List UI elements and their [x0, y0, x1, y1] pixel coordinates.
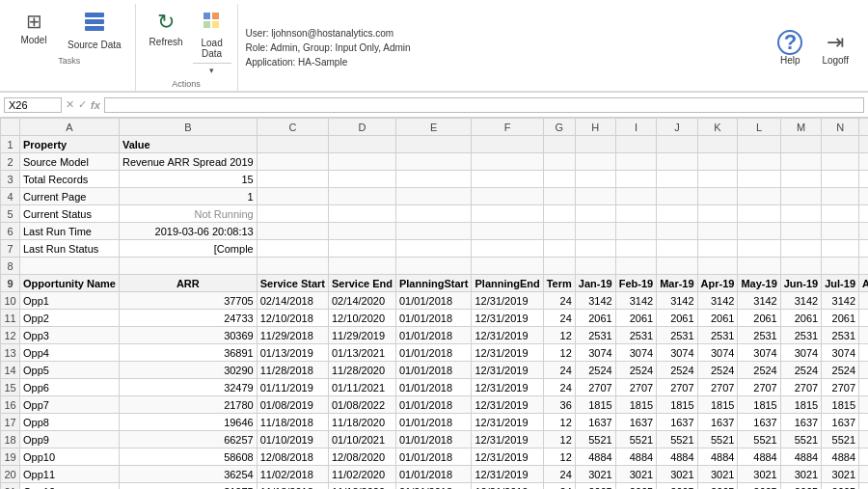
cell[interactable]: 01/13/2019	[257, 344, 328, 362]
cell[interactable]: 24	[543, 362, 575, 379]
cell[interactable]	[738, 153, 780, 171]
cell[interactable]: PlanningEnd	[472, 275, 543, 292]
cell[interactable]: 4884	[738, 448, 780, 466]
cell[interactable]	[859, 171, 868, 188]
cell[interactable]	[780, 153, 821, 171]
cell[interactable]	[395, 223, 472, 240]
cell[interactable]: 31975	[119, 483, 257, 490]
cell[interactable]	[472, 258, 543, 275]
cell[interactable]: 2019-03-06 20:08:13	[119, 223, 257, 240]
cell[interactable]	[697, 136, 738, 153]
cell[interactable]	[822, 188, 859, 205]
cell[interactable]: 2665	[859, 483, 868, 490]
cell[interactable]: 12/31/2019	[472, 483, 543, 490]
cell[interactable]: 2531	[575, 327, 615, 344]
cell[interactable]: 01/01/2018	[395, 414, 472, 431]
cell[interactable]	[543, 240, 575, 258]
cell[interactable]	[657, 223, 697, 240]
cell[interactable]: 02/14/2020	[328, 292, 395, 310]
cell[interactable]: 2061	[859, 310, 868, 327]
cell[interactable]: 12	[543, 414, 575, 431]
cell[interactable]: 36254	[119, 466, 257, 483]
cell[interactable]	[328, 153, 395, 171]
cell[interactable]	[697, 223, 738, 240]
cell[interactable]: 01/01/2018	[395, 344, 472, 362]
cell[interactable]: 2531	[697, 327, 738, 344]
cell[interactable]	[615, 205, 656, 223]
cell[interactable]	[395, 171, 472, 188]
cell[interactable]: 2531	[780, 327, 821, 344]
cell[interactable]	[257, 205, 328, 223]
cell[interactable]: 3021	[615, 466, 656, 483]
cell[interactable]: 2665	[822, 483, 859, 490]
cell[interactable]: 1637	[822, 414, 859, 431]
cell[interactable]: 3074	[697, 344, 738, 362]
cell[interactable]	[543, 223, 575, 240]
cell[interactable]: 3074	[575, 344, 615, 362]
cell[interactable]: 3074	[859, 344, 868, 362]
cell[interactable]: 5521	[822, 431, 859, 448]
cell[interactable]: Opp6	[20, 379, 120, 396]
cell[interactable]: 2665	[738, 483, 780, 490]
cell[interactable]: 19646	[119, 414, 257, 431]
cell[interactable]	[615, 188, 656, 205]
cell[interactable]	[395, 205, 472, 223]
cell[interactable]: 01/01/2018	[395, 292, 472, 310]
cell[interactable]: Opp2	[20, 310, 120, 327]
cell[interactable]	[257, 153, 328, 171]
cell[interactable]: 11/02/2018	[257, 466, 328, 483]
cell[interactable]	[657, 205, 697, 223]
cell[interactable]: 24	[543, 310, 575, 327]
cell[interactable]: 12/10/2020	[328, 310, 395, 327]
cell[interactable]	[328, 258, 395, 275]
cell[interactable]	[697, 205, 738, 223]
cell[interactable]: Total Records	[20, 171, 120, 188]
cell[interactable]: 4884	[697, 448, 738, 466]
cell[interactable]: 02/14/2018	[257, 292, 328, 310]
cell[interactable]: 2524	[859, 362, 868, 379]
cell[interactable]: 12/10/2018	[257, 310, 328, 327]
cell[interactable]: 11/28/2018	[257, 362, 328, 379]
cell[interactable]: 36	[543, 396, 575, 414]
cell[interactable]: 12	[543, 327, 575, 344]
cell[interactable]	[780, 171, 821, 188]
cell[interactable]: 2061	[697, 310, 738, 327]
cell[interactable]: 1815	[859, 396, 868, 414]
cell[interactable]: 3074	[780, 344, 821, 362]
cell[interactable]: ARR	[119, 275, 257, 292]
cell[interactable]: 1637	[657, 414, 697, 431]
cell[interactable]: 2707	[575, 379, 615, 396]
cell[interactable]	[697, 240, 738, 258]
cell[interactable]: 12/31/2019	[472, 310, 543, 327]
cell[interactable]	[575, 258, 615, 275]
cell[interactable]	[780, 223, 821, 240]
cell[interactable]	[697, 258, 738, 275]
cell[interactable]: 1815	[738, 396, 780, 414]
load-data-dropdown[interactable]: ▾	[193, 63, 231, 77]
cell[interactable]: 3142	[697, 292, 738, 310]
cell[interactable]: 3021	[575, 466, 615, 483]
cell[interactable]: Opportunity Name	[20, 275, 120, 292]
cell[interactable]: 5521	[738, 431, 780, 448]
cell[interactable]: 11/29/2019	[328, 327, 395, 344]
cell[interactable]: 12/08/2020	[328, 448, 395, 466]
confirm-formula-icon[interactable]: ✓	[78, 98, 87, 111]
cell[interactable]: Last Run Status	[20, 240, 120, 258]
cell[interactable]: 1815	[822, 396, 859, 414]
cell[interactable]: 66257	[119, 431, 257, 448]
cell[interactable]: 2524	[697, 362, 738, 379]
cell[interactable]	[543, 188, 575, 205]
cell[interactable]: 32479	[119, 379, 257, 396]
cell[interactable]	[395, 240, 472, 258]
cell[interactable]: 01/01/2018	[395, 431, 472, 448]
cell[interactable]	[780, 136, 821, 153]
cell[interactable]	[395, 188, 472, 205]
cell[interactable]	[822, 136, 859, 153]
cell[interactable]: 01/01/2018	[395, 362, 472, 379]
cell[interactable]	[738, 240, 780, 258]
cell[interactable]	[395, 153, 472, 171]
cell[interactable]: 3021	[822, 466, 859, 483]
cell[interactable]	[738, 136, 780, 153]
cell[interactable]	[472, 171, 543, 188]
cell[interactable]	[615, 153, 656, 171]
